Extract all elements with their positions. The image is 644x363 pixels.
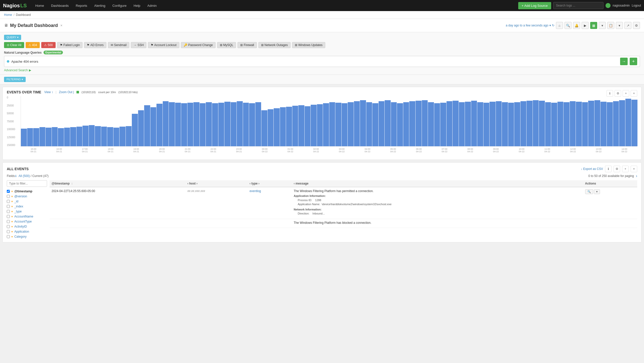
field-id-checkbox[interactable] xyxy=(7,200,10,203)
play-icon-btn[interactable]: ▶ xyxy=(582,22,589,29)
tag-mysql[interactable]: ⊞ MySQL xyxy=(217,42,236,48)
time-range-selector[interactable]: a day ago to a few seconds ago ▾ ↻ xyxy=(506,24,554,27)
chart-bar[interactable] xyxy=(175,103,181,146)
share-icon-btn[interactable]: ↗ xyxy=(624,22,631,29)
chart-bar[interactable] xyxy=(391,102,397,146)
field-application-checkbox[interactable] xyxy=(7,230,10,233)
tag-network-outages[interactable]: ⊞ Network Outages xyxy=(258,42,291,48)
field-application-label[interactable]: Application xyxy=(14,230,29,233)
chart-bar[interactable] xyxy=(453,101,459,146)
field-index-label[interactable]: _index xyxy=(14,205,23,208)
field-type-checkbox[interactable] xyxy=(7,210,10,213)
dropdown-icon-btn[interactable]: ▾ xyxy=(599,22,606,29)
chart-close-button[interactable]: × xyxy=(631,90,637,97)
chart-bar[interactable] xyxy=(237,101,243,146)
advanced-search-link[interactable]: Advanced Search ▶ xyxy=(4,68,640,72)
tag-account-lockout[interactable]: ⚑ Account Lockout xyxy=(148,42,179,48)
chart-bar[interactable] xyxy=(144,105,150,146)
chart-bar[interactable] xyxy=(89,125,95,146)
chart-bar[interactable] xyxy=(434,103,440,146)
field-index-checkbox[interactable] xyxy=(7,205,10,208)
chart-bar[interactable] xyxy=(292,106,298,146)
chart-view-link[interactable]: View ↕ xyxy=(44,90,53,94)
tag-failed-login[interactable]: ⚑ Failed Login xyxy=(57,42,83,48)
chart-bar[interactable] xyxy=(428,102,434,146)
col-timestamp[interactable]: @timestamp ↕ xyxy=(50,180,185,187)
chart-bar[interactable] xyxy=(21,129,27,146)
chart-bar[interactable] xyxy=(539,101,545,146)
chart-bar[interactable] xyxy=(447,101,453,146)
chart-bar[interactable] xyxy=(286,107,292,146)
chart-bar[interactable] xyxy=(631,100,637,146)
nav-admin[interactable]: Admin xyxy=(144,0,160,11)
chart-bar[interactable] xyxy=(206,102,212,146)
chart-bar[interactable] xyxy=(64,128,70,146)
tag-ssh[interactable]: → SSH xyxy=(131,42,146,48)
chart-info-button[interactable]: ℹ xyxy=(607,90,613,97)
field-accounttype-checkbox[interactable] xyxy=(7,220,10,223)
chart-bar[interactable] xyxy=(342,103,348,146)
settings-icon-btn[interactable]: ⚙ xyxy=(633,22,640,29)
chart-bar[interactable] xyxy=(514,102,520,146)
chart-bar[interactable] xyxy=(607,102,613,146)
chart-bar[interactable] xyxy=(360,100,366,146)
chart-bar[interactable] xyxy=(280,107,286,146)
chart-settings-button[interactable]: ⚙ xyxy=(615,90,621,97)
chart-bar[interactable] xyxy=(403,102,409,146)
nav-dashboards[interactable]: Dashboards xyxy=(48,0,72,11)
more-icon-btn[interactable]: ▾ xyxy=(616,22,623,29)
field-type-label[interactable]: _type xyxy=(14,210,22,213)
clear-all-tag[interactable]: ⊙ Clear All xyxy=(4,42,24,48)
chart-bar[interactable] xyxy=(317,104,323,146)
tag-ad-errors[interactable]: ⚑ AD Errors xyxy=(84,42,106,48)
row-search-button[interactable]: 🔍 xyxy=(585,189,593,194)
search-logs-input[interactable] xyxy=(553,2,603,9)
chart-bar[interactable] xyxy=(150,107,156,146)
nav-home[interactable]: Home xyxy=(32,0,48,11)
chart-bar[interactable] xyxy=(305,106,311,146)
chart-bar[interactable] xyxy=(76,127,83,146)
events-settings-button[interactable]: ⚙ xyxy=(614,166,620,172)
tag-firewall[interactable]: ⊞ Firewall xyxy=(237,42,257,48)
field-version-checkbox[interactable] xyxy=(7,195,10,198)
chart-bar[interactable] xyxy=(46,128,52,146)
chart-zoom-out-link[interactable]: Zoom Out | xyxy=(59,90,74,94)
chart-bar[interactable] xyxy=(298,105,304,146)
nav-alerting[interactable]: Alerting xyxy=(91,0,109,11)
chart-bar[interactable] xyxy=(582,102,588,146)
col-message[interactable]: ‹ message xyxy=(292,180,583,187)
chart-bar[interactable] xyxy=(58,128,64,146)
chart-bar[interactable] xyxy=(132,114,138,146)
export-csv-link[interactable]: ↓ Export as CSV xyxy=(581,167,603,171)
chart-bar[interactable] xyxy=(126,126,132,146)
copy-icon-btn[interactable]: 📋 xyxy=(607,22,614,29)
chart-bar[interactable] xyxy=(588,101,594,146)
chart-bar[interactable] xyxy=(268,109,274,146)
chart-bar[interactable] xyxy=(354,101,360,146)
chart-bar[interactable] xyxy=(243,103,249,146)
chart-bar[interactable] xyxy=(200,103,206,146)
nl-search-go-button[interactable]: → xyxy=(620,58,628,65)
chart-bar[interactable] xyxy=(409,101,415,146)
chart-bar[interactable] xyxy=(33,128,39,146)
chart-bar[interactable] xyxy=(496,101,502,146)
chart-bar[interactable] xyxy=(231,102,237,146)
field-timestamp-label[interactable]: @timestamp xyxy=(14,190,32,193)
chart-bar[interactable] xyxy=(619,100,625,146)
alert-icon-btn[interactable]: 🔔 xyxy=(573,22,580,29)
chart-bar[interactable] xyxy=(169,102,175,146)
fields-all-link[interactable]: All (500) xyxy=(19,174,30,178)
fields-info-icon[interactable]: ℹ xyxy=(15,174,16,178)
nl-search-add-button[interactable]: + xyxy=(630,58,637,65)
chart-bar[interactable] xyxy=(101,127,107,146)
search-icon-btn[interactable]: 🔍 xyxy=(565,22,572,29)
field-timestamp-checkbox[interactable] xyxy=(7,190,10,193)
field-id-label[interactable]: _id xyxy=(14,200,18,203)
nav-reports[interactable]: Reports xyxy=(72,0,91,11)
chart-bar[interactable] xyxy=(249,103,255,146)
chart-bar[interactable] xyxy=(39,127,46,146)
row-more-button[interactable]: ▾ xyxy=(594,189,600,194)
chart-bar[interactable] xyxy=(83,126,89,146)
chart-bar[interactable] xyxy=(119,127,126,146)
grid-icon-btn[interactable]: ▦ xyxy=(590,22,597,29)
